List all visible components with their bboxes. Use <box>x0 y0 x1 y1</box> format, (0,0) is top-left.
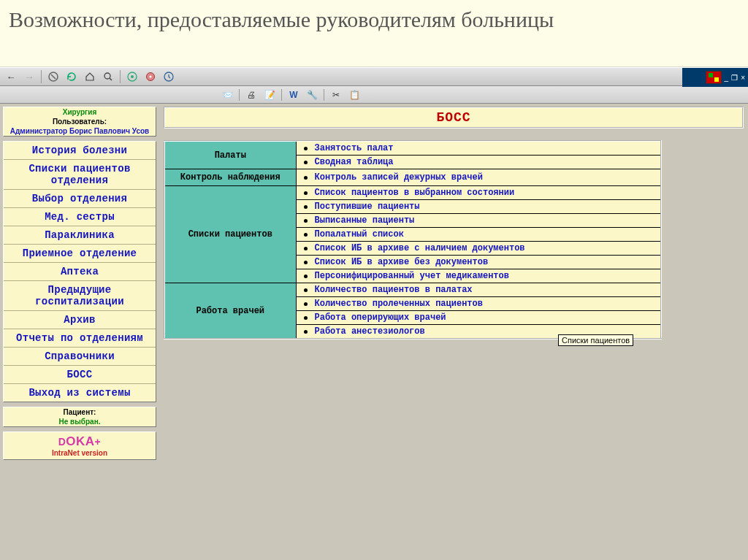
option-link[interactable]: Список ИБ в архиве без документов <box>297 256 661 269</box>
user-name: Администратор Борис Павлович Усов <box>4 126 156 136</box>
menu-item[interactable]: Отчеты по отделениям <box>4 329 156 348</box>
search-icon[interactable] <box>100 69 116 84</box>
bullet-icon <box>304 176 308 180</box>
option-label: Выписанные пациенты <box>315 215 415 226</box>
back-icon[interactable]: ← <box>3 69 19 84</box>
option-label: Список пациентов в выбранном состоянии <box>315 188 515 198</box>
separator <box>281 89 282 101</box>
menu-item[interactable]: Выбор отделения <box>4 190 156 208</box>
mail-icon[interactable]: 📨 <box>219 88 235 102</box>
option-link[interactable]: Работа оперирующих врачей <box>297 311 661 325</box>
option-link[interactable]: Сводная таблица <box>297 156 661 169</box>
options-cell: Количество пациентов в палатахКоличество… <box>296 283 661 340</box>
option-label: Поступившие пациенты <box>315 202 420 212</box>
option-label: Список ИБ в архиве с наличием документов <box>315 243 525 253</box>
option-label: Количество пациентов в палатах <box>315 285 473 295</box>
print-icon[interactable]: 🖨 <box>243 88 259 102</box>
menu-item[interactable]: Предыдущие госпитализации <box>4 281 156 311</box>
menu-item[interactable]: Приемное отделение <box>4 245 156 263</box>
option-label: Количество пролеченных пациентов <box>315 299 483 309</box>
minimize-button[interactable]: _ <box>725 74 729 82</box>
favorites-icon[interactable] <box>124 69 140 84</box>
option-label: Работа оперирующих врачей <box>315 312 446 323</box>
browser-toolbar: ← → _ ❐ × <box>0 67 748 86</box>
option-link[interactable]: Список пациентов в выбранном состоянии <box>297 186 661 200</box>
bullet-icon <box>304 205 308 209</box>
svg-point-5 <box>131 75 134 78</box>
category-cell: Палаты <box>164 141 296 169</box>
cut-icon[interactable]: ✂ <box>328 88 344 102</box>
separator <box>324 89 324 101</box>
options-cell: Контроль записей дежурных врачей <box>296 169 661 186</box>
media-icon[interactable] <box>142 69 159 84</box>
bullet-icon <box>304 161 308 164</box>
menu-item[interactable]: Справочники <box>4 348 156 366</box>
brand-panel: DOKA+ IntraNet version <box>3 431 156 460</box>
menu-item[interactable]: Выход из системы <box>4 384 156 402</box>
forward-icon[interactable]: → <box>21 69 37 84</box>
option-link[interactable]: Количество пролеченных пациентов <box>297 297 661 311</box>
separator <box>120 70 121 83</box>
history-icon[interactable] <box>161 69 177 84</box>
tools-icon[interactable]: 🔧 <box>304 88 320 102</box>
svg-line-1 <box>51 74 56 79</box>
option-link[interactable]: Выписанные пациенты <box>297 214 661 228</box>
main-area: БОСС ПалатыЗанятость палатСводная таблиц… <box>159 104 748 560</box>
option-label: Попалатный список <box>315 229 404 239</box>
brand-subtitle: IntraNet version <box>4 449 156 457</box>
home-icon[interactable] <box>82 69 98 84</box>
bullet-icon <box>304 302 308 306</box>
app-toolbar: 📨 🖨 📝 W 🔧 ✂ 📋 <box>0 86 748 104</box>
patient-value: Не выбран. <box>4 417 156 426</box>
menu-item[interactable]: БОСС <box>4 366 156 384</box>
refresh-icon[interactable] <box>64 69 80 84</box>
option-link[interactable]: Список ИБ в архиве с наличием документов <box>297 242 661 256</box>
bullet-icon <box>304 261 308 264</box>
edit-icon[interactable]: 📝 <box>262 88 278 102</box>
options-cell: Занятость палатСводная таблица <box>296 141 661 169</box>
workspace: Хирургия Пользователь: Администратор Бор… <box>0 104 748 560</box>
menu-item[interactable]: Списки пациентов отделения <box>4 160 156 190</box>
user-info-panel: Хирургия Пользователь: Администратор Бор… <box>3 107 156 137</box>
options-cell: Список пациентов в выбранном состоянииПо… <box>296 186 661 283</box>
menu-item[interactable]: История болезни <box>4 142 156 160</box>
copy-icon[interactable]: 📋 <box>346 88 362 102</box>
brand-name: DOKA+ <box>4 434 156 449</box>
section-title-text: БОСС <box>436 110 470 125</box>
menu-item[interactable]: Аптека <box>4 263 156 281</box>
word-icon[interactable]: W <box>286 88 302 102</box>
option-link[interactable]: Занятость палат <box>297 142 661 156</box>
bullet-icon <box>304 233 308 237</box>
department-name: Хирургия <box>4 107 156 117</box>
option-label: Занятость палат <box>315 143 394 153</box>
bullet-icon <box>304 330 308 334</box>
bullet-icon <box>304 288 308 292</box>
close-button[interactable]: × <box>741 74 745 82</box>
option-link[interactable]: Персонифицированный учет медикаментов <box>297 269 661 283</box>
option-label: Работа анестезиологов <box>315 326 425 337</box>
menu-item[interactable]: Мед. сестры <box>4 208 156 226</box>
window-controls: _ ❐ × <box>682 68 748 87</box>
sidebar: Хирургия Пользователь: Администратор Бор… <box>0 104 159 560</box>
category-cell: Списки пациентов <box>164 186 296 283</box>
option-link[interactable]: Количество пациентов в палатах <box>297 283 661 297</box>
bullet-icon <box>304 316 308 320</box>
stop-icon[interactable] <box>45 69 61 84</box>
main-menu: История болезниСписки пациентов отделени… <box>3 141 156 402</box>
menu-item[interactable]: Архив <box>4 311 156 329</box>
user-label: Пользователь: <box>4 117 156 126</box>
category-cell: Контроль наблюдения <box>164 169 296 186</box>
menu-item[interactable]: Параклиника <box>4 226 156 245</box>
option-link[interactable]: Контроль записей дежурных врачей <box>297 171 661 184</box>
option-link[interactable]: Поступившие пациенты <box>297 200 661 214</box>
functions-table: ПалатыЗанятость палатСводная таблицаКонт… <box>164 140 662 340</box>
restore-button[interactable]: ❐ <box>731 74 738 82</box>
bullet-icon <box>304 275 308 278</box>
option-label: Список ИБ в архиве без документов <box>315 257 489 267</box>
option-label: Сводная таблица <box>315 157 394 167</box>
separator <box>239 89 240 101</box>
bullet-icon <box>304 247 308 250</box>
slide-title: Возможности, предоставляемые руководител… <box>0 0 748 67</box>
separator <box>41 70 42 83</box>
option-link[interactable]: Попалатный список <box>297 228 661 242</box>
